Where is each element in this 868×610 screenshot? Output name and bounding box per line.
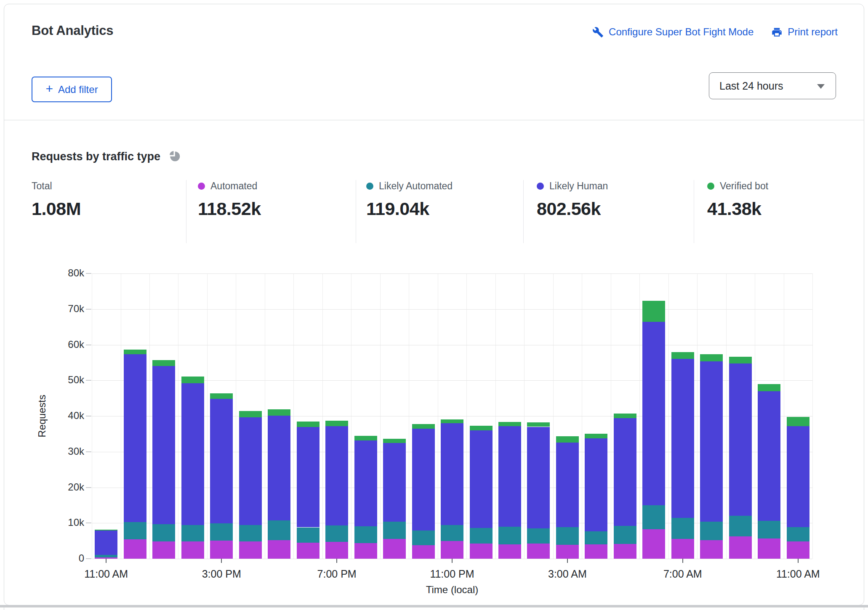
y-tick-label: 60k: [55, 339, 84, 350]
segment-likely-automated: [325, 525, 348, 542]
segment-likely-human: [527, 427, 550, 529]
chart-bar-9[interactable]: [354, 273, 377, 559]
chart-bar-4[interactable]: [210, 273, 233, 559]
segment-likely-human: [556, 443, 579, 527]
configure-super-bot-fight-mode-link[interactable]: Configure Super Bot Fight Mode: [592, 26, 754, 38]
chevron-down-icon: [817, 84, 825, 89]
printer-icon: [771, 27, 783, 38]
chart-bar-15[interactable]: [527, 273, 550, 559]
y-tick-label: 0: [55, 552, 84, 564]
configure-link-label: Configure Super Bot Fight Mode: [609, 26, 754, 38]
print-link-label: Print report: [788, 26, 838, 38]
segment-likely-automated: [787, 527, 809, 541]
x-tick-label: 3:00 PM: [175, 568, 268, 580]
segment-likely-human: [95, 530, 117, 555]
segment-likely-automated: [441, 525, 463, 541]
chart-bar-8[interactable]: [325, 273, 348, 559]
next-card-right-border: [864, 607, 864, 610]
stat-total-value: 1.08M: [32, 199, 81, 219]
stat-likely-human: Likely Human802.56k: [537, 180, 608, 243]
y-tick-mark: [86, 309, 91, 310]
segment-automated: [671, 539, 694, 559]
chart-bar-1[interactable]: [124, 273, 146, 559]
y-tick-mark: [86, 558, 91, 559]
stats-divider-0: [186, 180, 186, 243]
stat-total-label: Total: [32, 180, 52, 192]
section-header: Requests by traffic type: [32, 148, 181, 165]
segment-likely-automated: [498, 527, 521, 544]
segment-automated: [412, 545, 435, 559]
segment-likely-human: [383, 443, 406, 522]
segment-likely-human: [124, 354, 146, 522]
chart-bar-6[interactable]: [268, 273, 290, 559]
x-tick-mark: [336, 559, 337, 563]
chart-bar-13[interactable]: [470, 273, 493, 559]
segment-likely-automated: [268, 520, 290, 540]
stat-total-label-row: Total: [32, 180, 81, 192]
chart-bar-20[interactable]: [671, 273, 694, 559]
print-report-link[interactable]: Print report: [771, 26, 838, 38]
segment-verified-bot: [95, 530, 117, 530]
segment-automated: [268, 540, 290, 559]
segment-likely-automated: [124, 522, 146, 540]
segment-verified-bot: [470, 426, 493, 430]
chart-bar-16[interactable]: [556, 273, 579, 559]
segment-likely-automated: [95, 555, 117, 557]
segment-automated: [325, 542, 348, 559]
y-tick-mark: [86, 416, 91, 416]
segment-likely-human: [325, 426, 348, 526]
stat-total: Total1.08M: [32, 180, 81, 243]
pie-chart-icon: [168, 149, 181, 165]
chart-bar-23[interactable]: [758, 273, 780, 559]
verified-bot-legend-dot: [707, 183, 714, 190]
chart-bar-22[interactable]: [729, 273, 752, 559]
chart-bar-3[interactable]: [181, 273, 204, 559]
chart-bar-5[interactable]: [239, 273, 262, 559]
add-filter-button[interactable]: + Add filter: [32, 77, 112, 102]
segment-verified-bot: [297, 422, 320, 427]
stat-likely-human-value: 802.56k: [537, 199, 608, 219]
segment-verified-bot: [585, 434, 607, 438]
x-tick-label: 7:00 AM: [636, 568, 729, 580]
segment-automated: [498, 544, 521, 559]
stats-divider-1: [356, 180, 356, 243]
header-divider: [4, 120, 864, 120]
segment-automated: [383, 539, 406, 559]
segment-likely-automated: [614, 526, 636, 544]
segment-likely-human: [210, 399, 233, 524]
segment-likely-human: [758, 391, 780, 521]
y-tick-mark: [86, 345, 91, 345]
x-tick-mark: [221, 559, 222, 563]
x-tick-mark: [452, 559, 453, 563]
chart-bar-2[interactable]: [152, 273, 175, 559]
segment-likely-automated: [642, 505, 665, 529]
x-tick-mark: [798, 559, 799, 563]
segment-verified-bot: [498, 422, 521, 426]
segment-verified-bot: [642, 301, 665, 322]
y-tick-label: 50k: [55, 374, 84, 386]
segment-likely-human: [729, 363, 752, 516]
segment-verified-bot: [758, 384, 780, 391]
chart-bar-19[interactable]: [642, 273, 665, 559]
segment-verified-bot: [383, 439, 406, 443]
time-range-value: Last 24 hours: [719, 80, 783, 92]
chart-bar-11[interactable]: [412, 273, 435, 559]
chart-bar-12[interactable]: [441, 273, 463, 559]
chart-bar-10[interactable]: [383, 273, 406, 559]
segment-verified-bot: [441, 419, 463, 423]
segment-likely-human: [700, 361, 723, 522]
time-range-select[interactable]: Last 24 hours: [709, 72, 836, 99]
chart-bar-18[interactable]: [614, 273, 636, 559]
segment-likely-automated: [758, 521, 780, 538]
stats-divider-3: [694, 180, 694, 243]
chart-bar-24[interactable]: [787, 273, 809, 559]
chart-bar-21[interactable]: [700, 273, 723, 559]
chart-bar-14[interactable]: [498, 273, 521, 559]
chart-bar-7[interactable]: [297, 273, 320, 559]
stat-likely-automated-value: 119.04k: [366, 199, 453, 219]
x-tick-label: 11:00 AM: [60, 568, 152, 580]
segment-automated: [354, 543, 377, 559]
stat-likely-human-label: Likely Human: [549, 180, 608, 192]
chart-bar-17[interactable]: [585, 273, 607, 559]
chart-bar-0[interactable]: [95, 273, 117, 559]
